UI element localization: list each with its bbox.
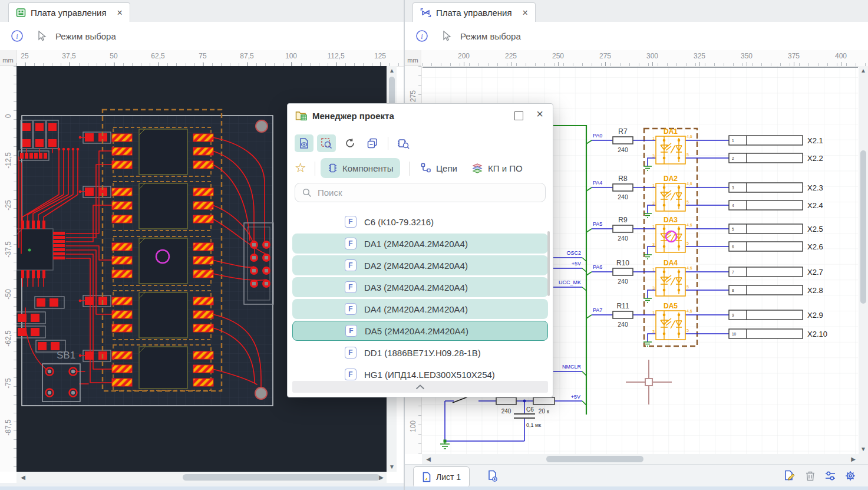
scroll-right-icon[interactable]: ▶ <box>849 455 857 463</box>
list-item-da1[interactable]: F DA1 (2М420А4.2М420А4) <box>292 234 548 254</box>
scroll-left-icon[interactable]: ◀ <box>19 473 27 482</box>
tab-schematic-document[interactable]: Плата управления × <box>412 2 536 22</box>
refresh-button[interactable] <box>341 134 359 152</box>
svg-text:4,6: 4,6 <box>687 309 692 313</box>
svg-text:+5V: +5V <box>571 394 580 400</box>
list-scrollbar[interactable] <box>547 231 550 296</box>
close-tab-icon[interactable]: × <box>117 8 123 18</box>
svg-text:X2.1: X2.1 <box>807 136 823 145</box>
edit-sheet-button[interactable] <box>782 468 797 484</box>
tab-pcb-document[interactable]: Плата управления × <box>8 2 130 22</box>
svg-text:1: 1 <box>652 311 655 315</box>
find-component-button[interactable] <box>394 134 412 152</box>
info-icon[interactable]: i <box>415 29 428 42</box>
collapse-all-button[interactable] <box>363 134 382 152</box>
list-item-dd1[interactable]: F DD1 (1886ВЕ71У.Н09.28-1В) <box>292 343 548 363</box>
svg-text:1: 1 <box>652 183 655 188</box>
svg-text:240: 240 <box>618 146 628 153</box>
svg-text:OSC2: OSC2 <box>566 250 581 256</box>
svg-text:PA5: PA5 <box>593 221 602 227</box>
pcb-horizontal-scrollbar[interactable]: ◀ ▶ <box>16 472 387 483</box>
svg-text:PA7: PA7 <box>593 307 602 313</box>
list-item-da4[interactable]: F DA4 (2М420А4.2М420А4) <box>292 299 548 319</box>
svg-text:0,1 мк: 0,1 мк <box>526 422 541 428</box>
delete-sheet-button[interactable] <box>803 468 818 484</box>
window-bottom-edge <box>0 486 868 490</box>
list-item-da5[interactable]: F DA5 (2М420А4.2М420А4) <box>292 321 548 341</box>
svg-text:3: 3 <box>652 201 655 205</box>
tab-layers-label: КП и ПО <box>488 163 523 173</box>
svg-text:3: 3 <box>652 154 655 158</box>
sb1-label: SB1 <box>57 350 75 361</box>
svg-text:DA3: DA3 <box>664 216 678 224</box>
svg-text:X2.5: X2.5 <box>807 225 823 234</box>
svg-text:5: 5 <box>687 285 689 289</box>
svg-text:4: 4 <box>732 203 734 208</box>
svg-text:i: i <box>16 32 18 41</box>
svg-text:R7: R7 <box>618 127 628 136</box>
scroll-thumb[interactable] <box>546 456 643 462</box>
schematic-doc-icon <box>420 8 431 18</box>
scroll-left-icon[interactable]: ◀ <box>424 455 433 463</box>
select-mode-label: Режим выбора <box>55 31 116 41</box>
svg-text:2: 2 <box>732 156 734 160</box>
collapse-panel-button[interactable] <box>292 381 548 393</box>
list-item-da2[interactable]: F DA2 (2М420А4.2М420А4) <box>292 255 548 275</box>
footprint-badge: F <box>345 259 357 271</box>
tab-components-label: Компоненты <box>342 163 393 173</box>
sheet-tab[interactable]: Лист 1 <box>413 466 470 488</box>
schematic-toolbar: i Режим выбора <box>405 22 868 50</box>
sheet-settings-filter-button[interactable] <box>823 468 838 484</box>
zoom-to-selection-button[interactable] <box>317 134 336 152</box>
close-dialog-button[interactable]: × <box>536 107 543 121</box>
svg-text:i: i <box>421 32 423 41</box>
pcb-doc-icon <box>16 8 26 18</box>
schematic-horizontal-scrollbar[interactable]: ◀ ▶ <box>422 454 868 464</box>
list-item-da3[interactable]: F DA3 (2М420А4.2М420А4) <box>292 277 548 297</box>
cursor-select-icon[interactable] <box>441 31 452 42</box>
svg-text:UCC_MK: UCC_MK <box>559 279 581 285</box>
svg-text:1: 1 <box>652 268 655 272</box>
footprint-badge: F <box>345 347 357 359</box>
add-sheet-button[interactable] <box>485 468 500 484</box>
scroll-down-icon[interactable]: ▼ <box>388 463 396 471</box>
schematic-vertical-scrollbar[interactable]: ▲ ▼ <box>859 66 868 454</box>
svg-text:X2.3: X2.3 <box>807 183 823 192</box>
show-in-editor-button[interactable] <box>295 134 313 152</box>
svg-text:8: 8 <box>732 288 734 292</box>
scroll-down-icon[interactable]: ▼ <box>859 445 867 453</box>
svg-text:240: 240 <box>618 235 628 242</box>
gear-icon[interactable] <box>843 468 858 484</box>
tab-nets[interactable]: Цепи <box>414 158 464 178</box>
tab-components[interactable]: Компоненты <box>321 158 400 178</box>
sheet-name: Лист 1 <box>436 472 461 482</box>
svg-text:5: 5 <box>732 227 734 231</box>
search-input[interactable]: Поиск <box>295 183 546 202</box>
tab-layers[interactable]: КП и ПО <box>464 158 530 178</box>
favorites-star-icon[interactable]: ☆ <box>295 160 306 176</box>
footprint-badge: F <box>345 216 357 228</box>
svg-text:9: 9 <box>732 313 734 317</box>
search-icon <box>302 188 312 198</box>
tabs-separator <box>315 162 315 176</box>
scroll-up-icon[interactable]: ▲ <box>859 67 867 75</box>
close-tab-icon[interactable]: × <box>523 8 528 18</box>
maximize-button[interactable] <box>514 111 523 120</box>
scroll-right-icon[interactable]: ▶ <box>377 473 385 482</box>
svg-text:X2.10: X2.10 <box>807 330 827 338</box>
document-eye-icon <box>298 137 310 149</box>
cursor-select-icon[interactable] <box>37 31 47 42</box>
footprint-badge: F <box>345 325 357 337</box>
info-icon[interactable]: i <box>11 29 24 42</box>
scroll-thumb[interactable] <box>860 150 866 304</box>
svg-text:3: 3 <box>652 330 655 334</box>
list-item-c6[interactable]: F C6 (К10-79.3216) <box>292 212 548 232</box>
ruler-unit: mm <box>405 50 421 66</box>
schematic-horizontal-ruler: 200 225 250 275 300 325 350 375 400 <box>422 50 868 67</box>
scroll-up-icon[interactable]: ▲ <box>388 67 396 75</box>
svg-text:X2.2: X2.2 <box>807 154 823 163</box>
project-manager-dialog: Менеджер проекта × ☆ Компоненты Це <box>287 103 553 397</box>
footprint-badge: F <box>345 281 357 293</box>
scroll-thumb[interactable] <box>183 474 380 481</box>
app-window: Плата управления × i Режим выбора mm 25 … <box>0 0 868 490</box>
